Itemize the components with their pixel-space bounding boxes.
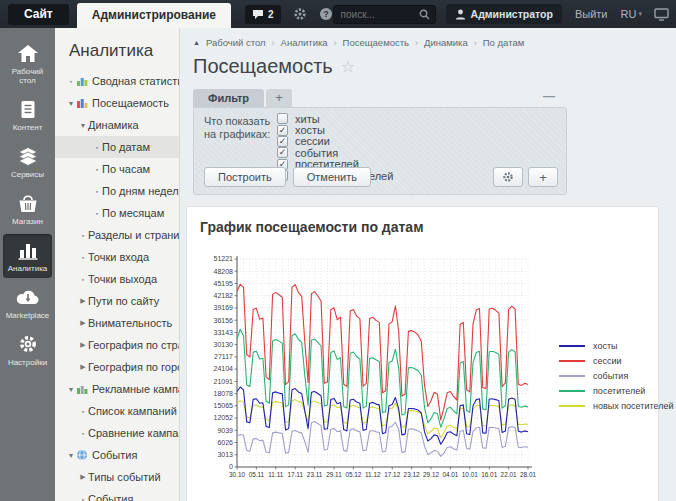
user-menu-button[interactable]: Администратор (446, 4, 562, 24)
sidebar-item-сводная-статистика[interactable]: ▪ Сводная статистика (55, 70, 179, 92)
breadcrumb-item[interactable]: Аналитика (281, 37, 328, 48)
notification-count: 2 (268, 9, 274, 20)
svg-text:48208: 48208 (214, 268, 234, 275)
gear-icon (502, 171, 514, 183)
tab-filter[interactable]: Фильтр (193, 89, 264, 107)
sidebar-item-analytics[interactable]: Аналитика (3, 234, 52, 278)
sidebar-item-сравнение-кампаний[interactable]: ▪ Сравнение кампаний (55, 422, 179, 444)
bullet-icon: ▪ (66, 78, 76, 85)
svg-text:15065: 15065 (214, 402, 234, 409)
page-title: Посещаемость (193, 55, 333, 78)
campaign-chart-icon (76, 383, 88, 395)
checkbox-label: сессии (295, 135, 330, 147)
breadcrumb-separator: › (474, 38, 477, 48)
sidebar-item-home[interactable]: Рабочий стол (3, 37, 52, 90)
traffic-chart-icon (76, 97, 88, 109)
bullet-icon: ▪ (78, 496, 88, 501)
sidebar-item-document[interactable]: Контент (3, 93, 52, 137)
bullet-icon: ▪ (78, 232, 88, 239)
sidebar-item-события[interactable]: ▼ События (55, 444, 179, 466)
svg-text:16.01: 16.01 (481, 471, 497, 478)
collapsed-arrow-icon: ▶ (78, 473, 88, 481)
breadcrumb-item[interactable]: Динамика (424, 37, 468, 48)
sidebar-item-типы-событий[interactable]: ▶ Типы событий (55, 466, 179, 488)
sidebar-item-разделы-и-страницы[interactable]: ▪ Разделы и страницы (55, 224, 179, 246)
sidebar-item-по-датам[interactable]: ▪ По датам (55, 136, 179, 158)
breadcrumb-item[interactable]: Посещаемость (343, 37, 409, 48)
desktop-view-button[interactable] (654, 8, 669, 21)
breadcrumb-home-icon[interactable]: ▲ (193, 39, 200, 46)
svg-text:27117: 27117 (214, 353, 233, 360)
user-icon (455, 9, 466, 20)
home-icon (17, 43, 39, 63)
filter-settings-button[interactable] (493, 167, 523, 187)
sidebar-item-события[interactable]: ▪ События (55, 488, 179, 501)
language-selector[interactable]: RU ▾ (621, 8, 642, 20)
filter-add-button[interactable]: + (528, 167, 558, 187)
sidebar-item-по-часам[interactable]: ▪ По часам (55, 158, 179, 180)
legend-label: новых посетителей (593, 401, 673, 411)
filter-tabs-row: Фильтр + — (193, 89, 567, 107)
monitor-icon (654, 8, 669, 21)
site-tab-button[interactable]: Сайт (8, 4, 69, 25)
svg-text:21091: 21091 (214, 378, 234, 385)
sidebar-item-список-кампаний[interactable]: ▪ Список кампаний (55, 400, 179, 422)
search-input[interactable] (339, 8, 419, 21)
filter-option-события: ✓ события (277, 147, 393, 158)
sidebar-item-по-дням-недели[interactable]: ▪ По дням недели (55, 180, 179, 202)
series-сессии (237, 284, 528, 420)
sidebar-item-география-по-городам[interactable]: ▶ География по городам (55, 356, 179, 378)
checkbox[interactable] (277, 113, 288, 124)
sidebar-item-label: Marketplace (6, 311, 50, 320)
sidebar-item-точки-выхода[interactable]: ▪ Точки выхода (55, 268, 179, 290)
svg-text:30.10: 30.10 (229, 471, 245, 478)
sidebar-item-label: По месяцам (102, 207, 164, 219)
sidebar-item-точки-входа[interactable]: ▪ Точки входа (55, 246, 179, 268)
add-filter-tab-button[interactable]: + (266, 89, 292, 107)
legend-item: посетителей (559, 386, 673, 396)
sidebar-item-store[interactable]: Магазин (3, 187, 52, 231)
help-button[interactable]: ? (319, 7, 333, 21)
sidebar-item-layers[interactable]: Сервисы (3, 140, 52, 184)
main-content: ▲Рабочий стол›Аналитика›Посещаемость›Дин… (180, 28, 676, 501)
settings-gear-button[interactable] (293, 7, 307, 21)
breadcrumb-item[interactable]: По датам (483, 37, 524, 48)
sidebar-item-label: Аналитика (8, 264, 48, 273)
search-icon[interactable] (419, 9, 430, 20)
sidebar-item-label: По часам (102, 163, 150, 175)
minimize-filter-icon[interactable]: — (543, 91, 555, 101)
sidebar-item-пути-по-сайту[interactable]: ▶ Пути по сайту (55, 290, 179, 312)
sidebar-item-рекламные-кампании[interactable]: ▼ Рекламные кампании (55, 378, 179, 400)
breadcrumb-item[interactable]: Рабочий стол (206, 37, 266, 48)
sidebar-item-посещаемость[interactable]: ▼ Посещаемость (55, 92, 179, 114)
analytics-icon (18, 240, 38, 260)
favorite-star-icon[interactable]: ☆ (341, 57, 355, 76)
sidebar-item-динамика[interactable]: ▼ Динамика (55, 114, 179, 136)
sidebar-item-по-месяцам[interactable]: ▪ По месяцам (55, 202, 179, 224)
cancel-button[interactable]: Отменить (293, 167, 371, 187)
sidebar-item-география-по-странам[interactable]: ▶ География по странам (55, 334, 179, 356)
sidebar-item-внимательность[interactable]: ▶ Внимательность (55, 312, 179, 334)
checkbox-checked[interactable]: ✓ (277, 125, 288, 136)
sidebar-item-gear[interactable]: Настройки (3, 328, 52, 372)
sidebar-item-cloud[interactable]: Marketplace (3, 281, 52, 325)
checkbox-checked[interactable]: ✓ (277, 147, 288, 158)
cloud-icon (16, 287, 40, 307)
sidebar-item-label: Сравнение кампаний (88, 427, 180, 439)
line-chart: 0301360269039120521506518078210912410427… (203, 251, 549, 485)
legend-item: хосты (559, 341, 673, 351)
store-basket-icon (17, 194, 39, 213)
logout-link[interactable]: Выйти (575, 8, 608, 20)
sidebar-title: Аналитика (55, 28, 179, 70)
collapsed-arrow-icon: ▶ (78, 341, 88, 349)
tab-administration[interactable]: Администрирование (77, 3, 231, 28)
legend-color-swatch (559, 375, 585, 377)
legend-label: события (593, 371, 628, 381)
checkbox-checked[interactable]: ✓ (277, 136, 288, 147)
build-button[interactable]: Построить (204, 167, 286, 187)
globe-icon (76, 449, 88, 461)
legend-color-swatch (559, 360, 585, 362)
notifications-button[interactable]: 2 (245, 5, 281, 24)
gear-icon (293, 7, 307, 21)
bar-chart-icon (18, 241, 38, 260)
